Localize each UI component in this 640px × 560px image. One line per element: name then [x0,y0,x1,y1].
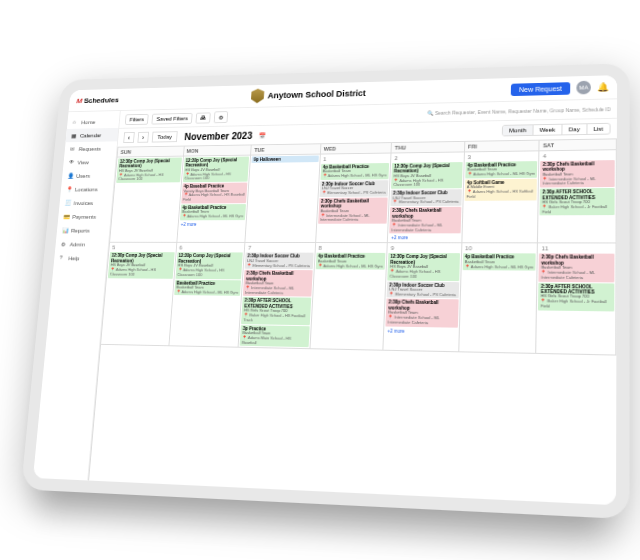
sidebar-item-locations[interactable]: 📍Locations [60,182,113,196]
event[interactable]: 2:30p Indoor Soccer ClubLNJ Travel Socce… [245,253,314,270]
sidebar-item-label: Admin [70,241,86,247]
event[interactable]: 4p Basketball PracticeBasketball Team📍 A… [180,204,247,220]
sidebar-item-requests[interactable]: ✉Requests [64,141,117,155]
avatar[interactable]: MA [576,81,591,95]
day-number: 10 [463,245,536,253]
view-tab-list[interactable]: List [587,124,609,134]
saved-filters-button[interactable]: Saved Filters [152,112,193,124]
day-cell[interactable]: 72:30p Indoor Soccer ClubLNJ Travel Socc… [239,243,316,349]
sidebar-item-calendar[interactable]: ▦Calendar [66,128,119,142]
event[interactable]: 2:30p Indoor Soccer ClubLNJ Travel Socce… [319,180,388,197]
nav-icon: ⚙ [61,241,68,247]
event[interactable]: 12:30p Comp Joy (Special Recreation)HS B… [391,162,462,189]
nav-icon: ? [59,255,66,262]
prev-button[interactable]: ‹ [123,132,135,143]
sidebar-item-admin[interactable]: ⚙Admin [55,237,109,251]
event[interactable]: 2:30p Chefs Basketball workshopBasketbal… [540,160,614,188]
event[interactable]: Basketball PracticeBasketball Team📍 Adam… [174,279,241,296]
view-tabs: MonthWeekDayList [502,123,611,137]
sidebar-item-reports[interactable]: 📊Reports [56,223,110,237]
sidebar-item-users[interactable]: 👤Users [62,168,115,182]
day-cell[interactable]: 14p Basketball PracticeBasketball Team📍 … [316,153,392,243]
event-location: 📍 Adams High School - ML HS Gym [181,215,243,220]
new-request-button[interactable]: New Request [511,82,571,96]
view-tab-month[interactable]: Month [503,125,534,135]
nav-icon: 👁 [69,159,76,165]
day-cell[interactable]: 512:30p Comp Joy (Special Recreation)HS … [101,243,177,347]
event-location: 📍 Baker High School - Jr Football Field [542,205,612,215]
event[interactable]: 12:30p Comp Joy (Special Recreation)HS B… [175,253,243,279]
day-number: 11 [539,245,614,253]
event[interactable]: 2:30p AFTER SCHOOL EXTENDED ACTIVITIESHS… [241,297,311,325]
sidebar-item-home[interactable]: ⌂Home [67,115,120,129]
main: Filters Saved Filters 🖶 ⚙ 🔍 Search Reque… [88,99,617,505]
more-link[interactable]: +2 more [389,235,460,242]
day-cell[interactable]: 42:30p Chefs Basketball workshopBasketba… [538,150,616,244]
month-title: November 2023 [184,130,252,141]
print-button[interactable]: 🖶 [196,112,211,123]
today-button[interactable]: Today [152,131,178,142]
day-cell[interactable]: 112:30p Chefs Basketball workshopBasketb… [537,244,617,356]
event[interactable]: 4p Softball GameA Middle Event📍 Adams Hi… [464,179,537,201]
event[interactable]: 2:30p Chefs Basketball workshopBasketbal… [389,207,461,234]
event[interactable]: 2:30p Chefs Basketball workshopBasketbal… [318,197,388,223]
settings-button[interactable]: ⚙ [214,111,229,123]
filters-button[interactable]: Filters [125,113,149,124]
event[interactable]: 4p Baseball PracticeVarsity Boys Basebal… [181,183,248,204]
day-cell[interactable]: 104p Basketball PracticeBasketball Team📍… [459,244,538,355]
event[interactable]: 2:30p Chefs Basketball workshopBasketbal… [243,270,312,297]
event[interactable]: 2:30p Chefs Basketball workshopBasketbal… [539,254,615,282]
sidebar-item-invoices[interactable]: 🧾Invoices [59,196,112,210]
event[interactable]: 4p Basketball PracticeBasketball Team📍 A… [320,163,389,180]
day-cell[interactable]: 84p Basketball PracticeBasketball Team📍 … [310,243,388,351]
search-input[interactable]: 🔍 Search Requester, Event Name, Requeste… [232,106,611,120]
bell-icon[interactable]: 🔔 [597,82,609,92]
event-location: 📍 Elementary School - PS Cafeteria [321,191,386,196]
event[interactable]: 2:30p Indoor Soccer ClubLNJ Travel Socce… [391,189,462,206]
sidebar-item-view[interactable]: 👁View [63,155,116,169]
day-number: 1 [321,154,390,163]
day-cell[interactable]: 612:30p Comp Joy (Special Recreation)HS … [169,243,246,348]
event-location: 📍 Adams High School - ML HS Gym [317,264,383,269]
event[interactable]: 4p Basketball PracticeBasketball Team📍 A… [462,253,536,270]
app-logo[interactable]: M Schedules [76,96,119,105]
day-number: 7 [246,244,314,252]
day-cell[interactable]: 12:30p Comp Joy (Special Recreation)HS B… [110,157,184,244]
event[interactable]: 9p Halloween [252,155,319,163]
event[interactable]: 2:30p AFTER SCHOOL EXTENDED ACTIVITIESHS… [538,282,614,311]
event[interactable]: 12:30p Comp Joy (Special Recreation)HS B… [116,157,181,183]
sidebar-item-label: Locations [75,186,98,192]
event[interactable]: 2:30p Indoor Soccer ClubLNJ Travel Socce… [387,281,459,299]
event[interactable]: 4p Basketball PracticeBasketball Team📍 A… [315,253,385,270]
view-tab-week[interactable]: Week [533,125,562,135]
sidebar-item-payments[interactable]: 💳Payments [58,209,111,223]
event-location: 📍 Adams High School - HS Baseball Field [183,193,245,202]
event[interactable]: 12:30p Comp Joy (Special Recreation)HS B… [388,253,460,280]
sidebar-item-label: Requests [79,146,102,152]
event[interactable]: 2:30p AFTER SCHOOL EXTENDED ACTIVITIESHS… [540,188,615,216]
calendar-icon[interactable]: 📅 [259,132,266,139]
day-cell[interactable]: 212:30p Comp Joy (Special Recreation)HS … [388,152,465,243]
sidebar-item-label: Payments [72,214,96,220]
day-cell[interactable]: 12:30p Comp Joy (Special Recreation)HS B… [177,156,251,244]
day-number: 5 [110,244,175,252]
screen: M Schedules Anytown School District New … [33,75,617,505]
event-location: 📍 Adams High School - ML HS Gym [465,265,534,270]
day-cell[interactable]: 9p Halloween [245,155,320,244]
event-location: 📍 Adams High School - HS Classroom 100 [110,268,172,277]
day-number: 8 [316,244,386,252]
event[interactable]: 12:30p Comp Joy (Special Recreation)HS B… [182,157,249,183]
event[interactable]: 3p PracticeBasketball Team📍 Adams Main S… [240,325,310,348]
day-cell[interactable]: 34p Basketball PracticeBasketball Team📍 … [462,151,540,243]
event[interactable]: 4p Basketball PracticeBasketball Team📍 A… [465,161,538,178]
sidebar-item-help[interactable]: ?Help [54,251,108,265]
day-cell[interactable]: 912:30p Comp Joy (Special Recreation)HS … [384,243,463,352]
event[interactable]: 2:30p Chefs Basketball workshopBasketbal… [386,299,459,327]
view-tab-day[interactable]: Day [562,124,587,134]
district-name: Anytown School District [267,89,366,101]
more-link[interactable]: +2 more [179,221,245,228]
next-button[interactable]: › [137,132,149,143]
more-link[interactable]: +2 more [385,327,457,335]
event-location: 📍 Intermediate School - ML Intermediate … [320,213,386,222]
event[interactable]: 12:30p Comp Joy (Special Recreation)HS B… [108,252,174,278]
